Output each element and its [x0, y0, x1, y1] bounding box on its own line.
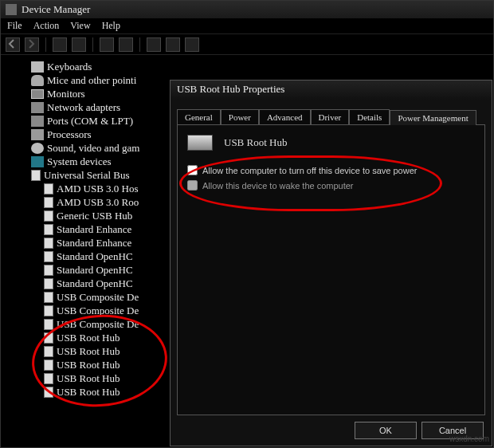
usb-icon	[44, 210, 53, 222]
usb-icon	[44, 238, 53, 249]
usb-icon	[44, 305, 53, 316]
tab-power[interactable]: Power	[221, 109, 259, 124]
tree-label: Generic USB Hub	[57, 210, 132, 222]
cpu-icon	[31, 129, 44, 140]
device-name: USB Root Hub	[224, 136, 287, 149]
tree-label: Keyboards	[47, 61, 92, 73]
checkbox-power-off[interactable]: Allow the computer to turn off this devi…	[187, 165, 475, 175]
tree-label: System devices	[47, 155, 112, 168]
app-icon	[6, 4, 17, 15]
tree-label: AMD USB 3.0 Roo	[57, 196, 139, 209]
toolbar-icon[interactable]	[72, 37, 86, 52]
tab-details[interactable]: Details	[349, 109, 390, 124]
menu-file[interactable]: File	[7, 20, 22, 32]
tree-label: Standard OpenHC	[57, 250, 133, 263]
toolbar-icon[interactable]	[53, 37, 67, 52]
tree-label: USB Root Hub	[57, 359, 120, 371]
tree-label: Universal Serial Bus	[44, 169, 130, 182]
usb-icon	[44, 251, 53, 262]
keyboard-icon	[31, 61, 44, 73]
tree-label: AMD USB 3.0 Hos	[57, 183, 139, 195]
tab-driver[interactable]: Driver	[311, 109, 350, 124]
tab-strip: General Power Advanced Driver Details Po…	[177, 109, 485, 124]
toolbar-icon[interactable]	[166, 37, 180, 52]
tree-label: USB Root Hub	[57, 332, 120, 344]
usb-icon	[44, 332, 53, 344]
tree-label: USB Composite De	[57, 318, 139, 331]
tree-label: Monitors	[47, 88, 85, 100]
tree-label: Network adapters	[47, 101, 120, 114]
usb-properties-dialog[interactable]: USB Root Hub Properties General Power Ad…	[170, 80, 492, 446]
checkbox-label: Allow the computer to turn off this devi…	[202, 166, 417, 175]
tree-label: USB Composite De	[57, 291, 139, 304]
checkbox-wake-input	[187, 180, 198, 191]
usb-icon	[44, 387, 53, 398]
usb-icon	[44, 292, 53, 303]
usb-icon	[44, 224, 53, 235]
usb-icon	[44, 265, 53, 276]
usb-icon	[44, 278, 53, 289]
tab-advanced[interactable]: Advanced	[259, 109, 311, 124]
tree-label: Standard OpenHC	[57, 264, 133, 277]
tree-label: USB Root Hub	[57, 372, 120, 385]
menu-action[interactable]: Action	[33, 20, 60, 32]
mouse-icon	[31, 75, 44, 86]
window-title: Device Manager	[22, 3, 90, 16]
toolbar-icon[interactable]	[119, 37, 133, 52]
usb-icon	[44, 197, 53, 208]
tree-node[interactable]: Keyboards	[31, 60, 492, 73]
tree-label: USB Root Hub	[57, 386, 120, 399]
tab-power-management[interactable]: Power Management	[390, 110, 476, 125]
ok-button[interactable]: OK	[355, 422, 417, 439]
tree-label: Standard OpenHC	[57, 277, 133, 290]
tree-label: Mice and other pointi	[47, 74, 136, 87]
tab-general[interactable]: General	[177, 109, 221, 124]
menubar: File Action View Help	[1, 18, 493, 34]
tree-label: Standard Enhance	[57, 237, 131, 250]
tree-label: Standard Enhance	[57, 223, 131, 236]
separator	[139, 37, 140, 52]
separator	[45, 37, 46, 52]
dialog-title-text: USB Root Hub Properties	[177, 83, 284, 95]
dialog-title[interactable]: USB Root Hub Properties	[171, 81, 492, 100]
usb-hub-icon	[187, 135, 213, 151]
toolbar-icon[interactable]	[185, 37, 199, 52]
forward-button[interactable]	[25, 37, 39, 52]
sound-icon	[31, 143, 44, 154]
usb-icon	[44, 360, 53, 371]
tree-label: USB Root Hub	[57, 345, 120, 358]
titlebar[interactable]: Device Manager	[1, 1, 493, 18]
checkbox-power-off-input[interactable]	[187, 165, 198, 175]
checkbox-label: Allow this device to wake the computer	[202, 181, 354, 191]
usb-icon	[44, 346, 53, 357]
menu-help[interactable]: Help	[102, 20, 120, 32]
tab-body: USB Root Hub Allow the computer to turn …	[177, 124, 485, 415]
separator	[92, 37, 93, 52]
system-icon	[31, 156, 44, 167]
checkbox-wake: Allow this device to wake the computer	[187, 180, 475, 191]
back-button[interactable]	[6, 37, 20, 52]
tree-label: Ports (COM & LPT)	[47, 115, 133, 128]
toolbar	[1, 34, 493, 55]
usb-icon	[44, 319, 53, 330]
device-header: USB Root Hub	[187, 135, 475, 151]
usb-icon	[44, 183, 53, 195]
monitor-icon	[31, 89, 44, 99]
watermark: wsxdn.com	[449, 434, 489, 443]
tree-label: Sound, video and gam	[47, 142, 139, 155]
tree-label: Processors	[47, 128, 92, 141]
usb-icon	[31, 170, 41, 181]
toolbar-icon[interactable]	[147, 37, 161, 52]
tree-label: USB Composite De	[57, 305, 139, 317]
network-icon	[31, 102, 44, 113]
port-icon	[31, 116, 44, 127]
usb-icon	[44, 373, 53, 384]
toolbar-icon[interactable]	[100, 37, 114, 52]
menu-view[interactable]: View	[70, 20, 90, 32]
